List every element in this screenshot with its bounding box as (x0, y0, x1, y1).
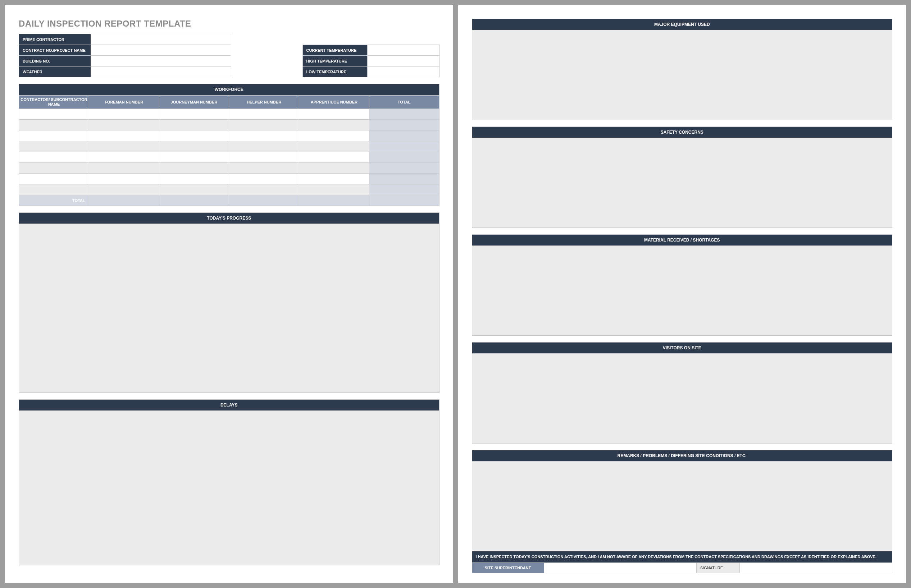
label-prime-contractor: PRIME CONTRACTOR (19, 34, 91, 45)
section-header-visitors: VISITORS ON SITE (472, 342, 893, 354)
table-row (19, 163, 440, 174)
field-prime-contractor[interactable] (91, 34, 231, 45)
header-left-table: PRIME CONTRACTOR CONTRACT NO./PROJECT NA… (19, 34, 231, 77)
table-row (19, 184, 440, 195)
section-header-remarks: REMARKS / PROBLEMS / DIFFERING SITE COND… (472, 450, 893, 462)
section-body-material[interactable] (472, 246, 893, 336)
label-signature: SIGNATURE (697, 563, 740, 573)
label-site-superintendant: SITE SUPERINTENDANT (472, 563, 544, 573)
label-current-temp: CURRENT TEMPERATURE (303, 45, 367, 56)
section-header-material: MATERIAL RECEIVED / SHORTAGES (472, 234, 893, 246)
wf-col-total: TOTAL (369, 95, 439, 109)
workforce-table: CONTRACTOR/ SUBCONTRACTOR NAME FOREMAN N… (19, 95, 440, 206)
section-header-delays: DELAYS (19, 399, 440, 411)
section-header-equipment: MAJOR EQUIPMENT USED (472, 19, 893, 30)
certification-statement: I HAVE INSPECTED TODAY'S CONSTRUCTION AC… (472, 551, 893, 563)
header-right-table: CURRENT TEMPERATURE HIGH TEMPERATURE LOW… (303, 45, 440, 77)
field-low-temp[interactable] (367, 66, 439, 77)
field-high-temp[interactable] (367, 56, 439, 66)
wf-col-foreman: FOREMAN NUMBER (89, 95, 159, 109)
table-row (19, 120, 440, 131)
field-building-no[interactable] (91, 56, 231, 66)
wf-col-contractor: CONTRACTOR/ SUBCONTRACTOR NAME (19, 95, 89, 109)
table-row (19, 131, 440, 141)
section-header-workforce: WORKFORCE (19, 84, 440, 95)
table-row (19, 109, 440, 120)
section-body-remarks[interactable] (472, 462, 893, 551)
wf-col-journeyman: JOURNEYMAN NUMBER (159, 95, 229, 109)
label-building-no: BUILDING NO. (19, 56, 91, 66)
wf-col-helper: HELPER NUMBER (229, 95, 299, 109)
page-2: MAJOR EQUIPMENT USED SAFETY CONCERNS MAT… (458, 5, 906, 583)
table-row (19, 141, 440, 152)
label-contract-no: CONTRACT NO./PROJECT NAME (19, 45, 91, 56)
signature-row: SITE SUPERINTENDANT SIGNATURE (472, 563, 893, 573)
field-contract-no[interactable] (91, 45, 231, 56)
section-header-safety: SAFETY CONCERNS (472, 126, 893, 138)
field-weather[interactable] (91, 66, 231, 77)
field-site-superintendant[interactable] (544, 563, 697, 573)
section-body-safety[interactable] (472, 138, 893, 228)
section-body-delays[interactable] (19, 411, 440, 565)
label-high-temp: HIGH TEMPERATURE (303, 56, 367, 66)
wf-col-apprentice: APPRENTIUCE NUMBER (299, 95, 369, 109)
section-body-equipment[interactable] (472, 30, 893, 120)
section-body-progress[interactable] (19, 224, 440, 393)
header-fields: PRIME CONTRACTOR CONTRACT NO./PROJECT NA… (19, 34, 440, 77)
page-1: DAILY INSPECTION REPORT TEMPLATE PRIME C… (5, 5, 453, 583)
wf-total-row: TOTAL (19, 195, 440, 206)
table-row (19, 152, 440, 163)
wf-total-label: TOTAL (19, 195, 89, 206)
document-title: DAILY INSPECTION REPORT TEMPLATE (19, 19, 440, 29)
label-weather: WEATHER (19, 66, 91, 77)
table-row (19, 174, 440, 184)
field-signature[interactable] (740, 563, 892, 573)
section-header-progress: TODAY'S PROGRESS (19, 212, 440, 224)
section-body-visitors[interactable] (472, 354, 893, 444)
field-current-temp[interactable] (367, 45, 439, 56)
label-low-temp: LOW TEMPERATURE (303, 66, 367, 77)
